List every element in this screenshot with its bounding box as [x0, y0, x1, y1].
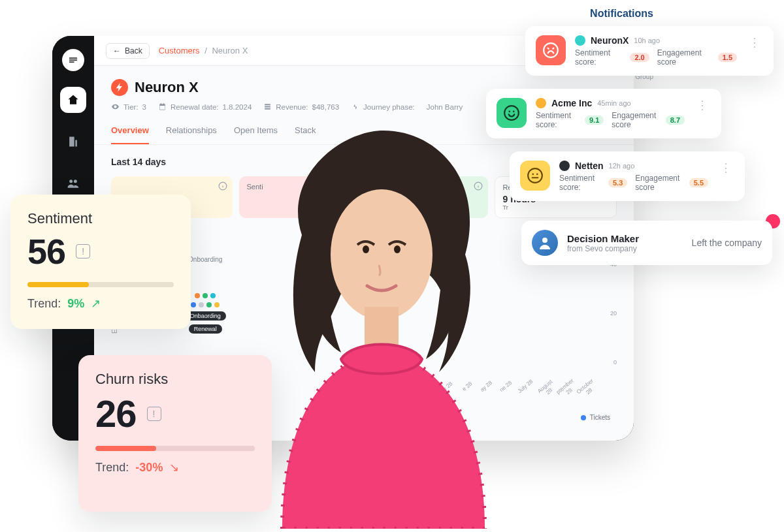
kpi-title: Churn risks — [95, 371, 255, 388]
nav-customers[interactable] — [60, 129, 86, 155]
more-menu[interactable]: ⋮ — [694, 98, 711, 112]
tickets-chart: 40 20 0 e 28e 28e 28ay 28ne 28July 28Aug… — [421, 264, 617, 395]
x-tick-label: August 28 — [535, 377, 559, 399]
meta-journey: Journey phase: — [351, 102, 415, 111]
decision-maker-action: Left the company — [692, 238, 762, 248]
dot-icon — [214, 302, 220, 307]
svg-point-6 — [513, 111, 515, 113]
dot-icon — [203, 293, 208, 298]
tab-overview[interactable]: Overview — [111, 117, 149, 144]
face-happy-icon — [497, 98, 527, 128]
sentiment-chip: 5.3 — [608, 178, 627, 187]
svg-point-4 — [504, 106, 519, 120]
notifications-title: Notifications — [590, 8, 653, 20]
notification-card[interactable]: Netten 12h ago Sentiment score: 5.3 Enga… — [510, 151, 745, 201]
calendar-icon — [158, 102, 167, 111]
dot-icon — [195, 293, 200, 298]
face-sad-icon — [536, 35, 566, 65]
svg-point-9 — [536, 174, 538, 176]
sentiment-chip: 2.0 — [630, 53, 649, 62]
dot-icon — [199, 302, 204, 307]
legend-dot-icon — [581, 415, 586, 420]
kpi-progress — [27, 282, 174, 287]
people-icon — [67, 177, 80, 190]
kpi-value: 26 — [95, 392, 137, 435]
nav-home[interactable] — [60, 87, 86, 113]
kpi-progress — [95, 446, 255, 451]
arrow-left-icon: ← — [113, 46, 121, 55]
breadcrumb-sep: / — [204, 46, 207, 55]
meta-revenue: Revenue: $48,763 — [263, 102, 339, 111]
page-title: Neuron X — [135, 79, 199, 96]
info-icon — [474, 181, 483, 191]
svg-point-5 — [508, 111, 510, 113]
building-icon — [67, 135, 80, 148]
kpi-churn-card: Churn risks 26 ! Trend: -30% ↘ — [78, 355, 272, 512]
nav-people[interactable] — [60, 170, 86, 196]
notification-card[interactable]: NeuronX 10h ago Sentiment score: 2.0 Eng… — [525, 26, 774, 76]
eye-icon — [111, 102, 120, 111]
company-badge-icon — [575, 35, 585, 46]
company-badge-icon — [559, 161, 570, 171]
x-tick-label: October 28 — [575, 377, 598, 400]
dot-icon — [206, 302, 212, 307]
timestamp: 45min ago — [597, 99, 630, 107]
tab-open-items[interactable]: Open Items — [234, 117, 278, 144]
meta-tier: Tier: 3 — [111, 102, 146, 111]
breadcrumb: Customers / Neuron X — [159, 46, 248, 55]
engagement-chip: 5.5 — [689, 178, 708, 187]
bolt-icon — [114, 82, 125, 93]
chart-legend: Tickets — [581, 414, 610, 421]
decision-maker-card[interactable]: Decision Maker from Sevo company Left th… — [521, 221, 772, 265]
back-button[interactable]: ← Back — [106, 43, 150, 59]
company-badge-icon — [536, 98, 546, 108]
alert-icon: ! — [76, 244, 90, 258]
chart-y-axis: 40 20 0 — [601, 264, 617, 362]
alert-icon: ! — [147, 407, 161, 421]
stat-churn[interactable]: Senti — [239, 176, 361, 218]
timestamp: 12h ago — [609, 162, 635, 170]
notification-card[interactable]: Acme Inc 45min ago Sentiment score: 9.1 … — [486, 89, 721, 138]
face-neutral-icon — [520, 161, 550, 191]
kpi-sentiment-card: Sentiment 56 ! Trend: 9% ↗ — [10, 195, 191, 329]
sentiment-chip: 9.1 — [585, 116, 604, 125]
journey-icon — [351, 102, 359, 111]
kpi-trend: Trend: 9% ↗ — [27, 296, 174, 311]
back-label: Back — [125, 46, 142, 55]
dot-icon — [210, 293, 216, 298]
stat-engagement[interactable] — [367, 176, 488, 218]
company-name: Acme Inc — [551, 98, 592, 108]
pipeline-tag: Renewal — [189, 324, 222, 334]
company-name: Netten — [575, 161, 604, 171]
kpi-title: Sentiment — [27, 210, 174, 227]
breadcrumb-root[interactable]: Customers — [159, 46, 200, 55]
revenue-icon — [263, 102, 272, 111]
decision-maker-title: Decision Maker — [567, 233, 683, 244]
more-menu[interactable]: ⋮ — [746, 35, 763, 50]
dot-icon — [191, 302, 196, 307]
pipeline-tag: Onbaording — [185, 311, 226, 321]
avatar — [532, 230, 558, 256]
engagement-chip: 8.7 — [666, 116, 685, 125]
app-logo[interactable] — [62, 49, 84, 71]
timestamp: 10h ago — [634, 37, 660, 44]
engagement-chip: 1.5 — [718, 53, 737, 62]
breadcrumb-current: Neuron X — [212, 46, 248, 55]
info-icon — [218, 181, 227, 191]
chart-x-labels: e 28e 28e 28ay 28ne 28July 28August 28pt… — [421, 377, 597, 390]
svg-point-7 — [528, 168, 542, 183]
kpi-value: 56 — [27, 231, 65, 272]
home-icon — [67, 93, 80, 106]
decision-maker-sub: from Sevo company — [567, 244, 683, 253]
customer-brand-icon — [111, 79, 128, 96]
kpi-trend: Trend: -30% ↘ — [95, 460, 255, 475]
pipeline-stage: Onboarding Onbaording — [185, 256, 226, 334]
tab-stack[interactable]: Stack — [295, 117, 316, 144]
svg-point-10 — [542, 238, 547, 243]
meta-owner: John Barry — [427, 103, 463, 111]
svg-point-8 — [532, 174, 534, 176]
trend-up-icon: ↗ — [91, 296, 101, 311]
more-menu[interactable]: ⋮ — [717, 161, 734, 175]
chart-bars — [421, 275, 597, 373]
tab-relationships[interactable]: Relationships — [166, 117, 217, 144]
